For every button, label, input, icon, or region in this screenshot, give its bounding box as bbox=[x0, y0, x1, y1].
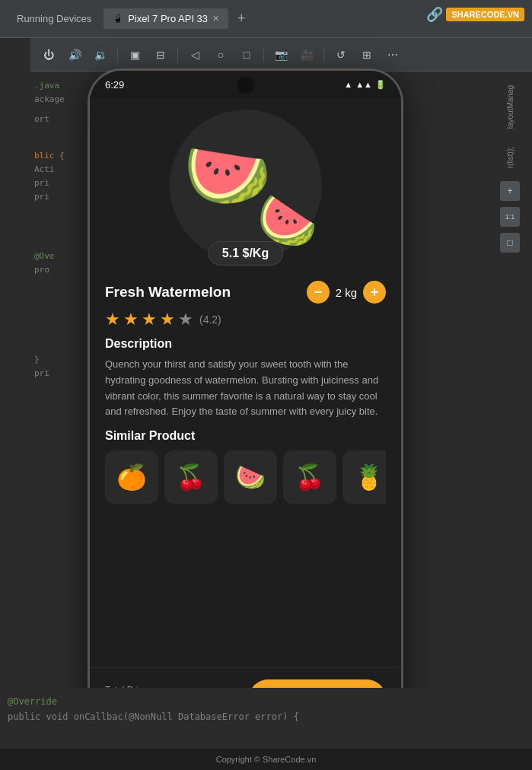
battery-icon: 🔋 bbox=[375, 80, 386, 90]
similar-item-pineapple[interactable]: 🍍 bbox=[342, 450, 386, 504]
power-icon[interactable]: ⏻ bbox=[38, 44, 59, 65]
toolbar-separator-1 bbox=[117, 47, 118, 62]
sidebar-code bbox=[0, 72, 30, 770]
copyright-footer: Copyright © ShareCode.vn bbox=[0, 749, 532, 770]
star-5-icon: ★ bbox=[178, 310, 193, 329]
similar-section: Similar Product 🍊 🍒 🍉 🍒 🍍 bbox=[90, 420, 401, 510]
back-icon[interactable]: ◁ bbox=[184, 44, 205, 65]
star-1-icon: ★ bbox=[105, 310, 120, 329]
similar-list: 🍊 🍒 🍉 🍒 🍍 bbox=[105, 450, 386, 504]
toolbar-separator-2 bbox=[177, 47, 178, 62]
toolbar-separator-3 bbox=[263, 47, 264, 62]
signal-icon: ▲▲ bbox=[355, 80, 372, 89]
product-circle-bg: 🍉 🍉 bbox=[170, 110, 322, 262]
bottom-code-line2: public void onCallbac(@NonNull DatabaseE… bbox=[8, 711, 299, 722]
description-text: Quench your thirst and satisfy your swee… bbox=[105, 357, 386, 420]
product-info: Fresh Watermelon − 2 kg + ★ ★ ★ ★ ★ (4.2… bbox=[90, 273, 401, 329]
camera-icon[interactable]: 📷 bbox=[270, 44, 291, 65]
toolbar-separator-4 bbox=[323, 47, 324, 62]
star-2-icon: ★ bbox=[123, 310, 139, 329]
ide-right-panel: layoutManag r(list)); + 1:1 □ bbox=[488, 72, 532, 680]
similar-item-watermelon[interactable]: 🍉 bbox=[224, 450, 277, 504]
product-name: Fresh Watermelon bbox=[105, 284, 231, 301]
layout2-icon[interactable]: ⊟ bbox=[150, 44, 171, 65]
scrollable-content[interactable]: 🍉 🍉 5.1 $/Kg Fresh Watermelon − 2 kg + bbox=[90, 98, 401, 667]
home-icon[interactable]: ○ bbox=[210, 44, 231, 65]
status-time: 6:29 bbox=[105, 79, 124, 91]
product-image-area: 🍉 🍉 5.1 $/Kg bbox=[90, 98, 401, 273]
grid-icon[interactable]: ⊞ bbox=[356, 44, 377, 65]
tab-running-devices-label: Running Devices bbox=[17, 13, 91, 24]
zoom-in-button[interactable]: + bbox=[500, 181, 520, 201]
fit-screen-button[interactable]: □ bbox=[500, 233, 520, 253]
right-label-2: r(list)); bbox=[506, 141, 514, 174]
logo-badge: SHARECODE.VN bbox=[446, 8, 524, 21]
volume-icon[interactable]: 🔊 bbox=[64, 44, 85, 65]
square-icon[interactable]: □ bbox=[236, 44, 257, 65]
star-4-icon: ★ bbox=[160, 310, 175, 329]
right-label-1: layoutManag bbox=[506, 79, 514, 135]
watermelon-wrapper: 🍉 🍉 bbox=[177, 125, 314, 247]
bottom-ide-code: @Override public void onCallbac(@NonNull… bbox=[0, 688, 532, 749]
description-section: Description Quench your thirst and satis… bbox=[90, 337, 401, 420]
tab-close-icon[interactable]: ✕ bbox=[212, 14, 219, 24]
star-3-icon: ★ bbox=[142, 310, 157, 329]
product-name-row: Fresh Watermelon − 2 kg + bbox=[105, 281, 386, 304]
add-tab-button[interactable]: + bbox=[231, 8, 252, 30]
copyright-text: Copyright © ShareCode.vn bbox=[216, 755, 317, 764]
camera-notch bbox=[237, 77, 254, 94]
similar-item-cherry2[interactable]: 🍒 bbox=[283, 450, 336, 504]
price-badge: 5.1 $/Kg bbox=[208, 241, 283, 266]
phone-container: 6:29 ▲ ▲▲ 🔋 ‹ Detail ♡ 🍉 bbox=[88, 68, 403, 730]
zoom-ratio-button[interactable]: 1:1 bbox=[500, 207, 520, 227]
toolbar: ⏻ 🔊 🔉 ▣ ⊟ ◁ ○ □ 📷 🎥 ↺ ⊞ ⋯ bbox=[30, 38, 532, 72]
layout-icon[interactable]: ▣ bbox=[124, 44, 145, 65]
similar-item-orange[interactable]: 🍊 bbox=[105, 450, 158, 504]
volume-down-icon[interactable]: 🔉 bbox=[90, 44, 111, 65]
more-icon[interactable]: ⋯ bbox=[382, 44, 403, 65]
description-title: Description bbox=[105, 337, 386, 351]
rating-text: (4.2) bbox=[199, 313, 221, 326]
wifi-icon: ▲ bbox=[344, 80, 352, 89]
quantity-control: − 2 kg + bbox=[307, 281, 386, 304]
video-icon[interactable]: 🎥 bbox=[296, 44, 317, 65]
status-icons: ▲ ▲▲ 🔋 bbox=[344, 80, 386, 90]
price-value: 5.1 $/Kg bbox=[222, 247, 269, 259]
rotate-icon[interactable]: ↺ bbox=[330, 44, 352, 65]
quantity-increase-button[interactable]: + bbox=[363, 281, 386, 304]
tab-pixel7-label: Pixel 7 Pro API 33 bbox=[128, 13, 208, 24]
similar-title: Similar Product bbox=[105, 429, 386, 443]
bottom-code-line1: @Override bbox=[8, 696, 57, 707]
similar-item-cherry[interactable]: 🍒 bbox=[164, 450, 218, 504]
quantity-decrease-button[interactable]: − bbox=[307, 281, 330, 304]
tab-running-devices[interactable]: Running Devices bbox=[8, 8, 100, 29]
quantity-value: 2 kg bbox=[336, 286, 357, 299]
tab-pixel7[interactable]: 📱 Pixel 7 Pro API 33 ✕ bbox=[104, 8, 228, 29]
phone-frame: 6:29 ▲ ▲▲ 🔋 ‹ Detail ♡ 🍉 bbox=[88, 68, 403, 730]
stars-row: ★ ★ ★ ★ ★ (4.2) bbox=[105, 310, 386, 329]
logo-area: 🔗 SHARECODE.VN bbox=[426, 6, 524, 23]
tab-bar: Running Devices 📱 Pixel 7 Pro API 33 ✕ +… bbox=[0, 0, 532, 38]
